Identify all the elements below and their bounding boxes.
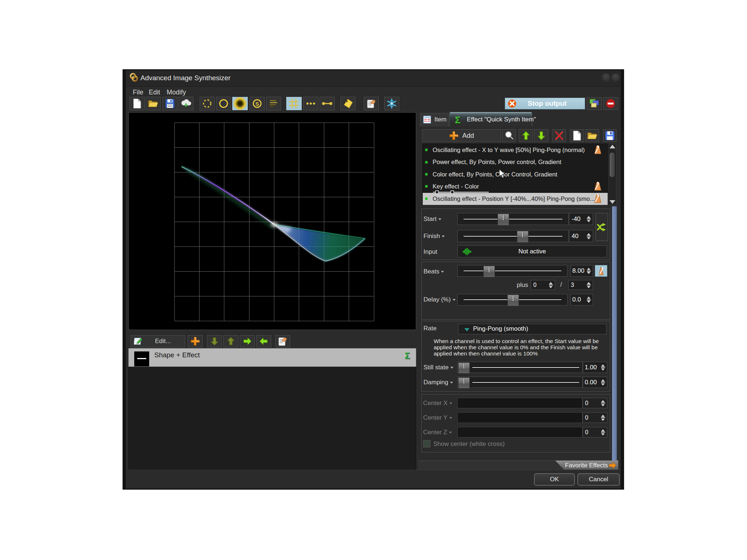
svg-text:Oscillating effect - X to Y wa: Oscillating effect - X to Y wave [50%] P… <box>433 147 585 153</box>
svg-text:Key effect - Color: Key effect - Color <box>433 183 479 190</box>
svg-text:Power effect, By Points, Power: Power effect, By Points, Power control, … <box>433 159 561 165</box>
svg-text:Color effect, By Points, Color: Color effect, By Points, Color Control, … <box>433 171 557 178</box>
svg-text:S: S <box>255 101 259 107</box>
svg-text:Oscillating effect - Position: Oscillating effect - Position Y [-40%...… <box>433 195 595 202</box>
